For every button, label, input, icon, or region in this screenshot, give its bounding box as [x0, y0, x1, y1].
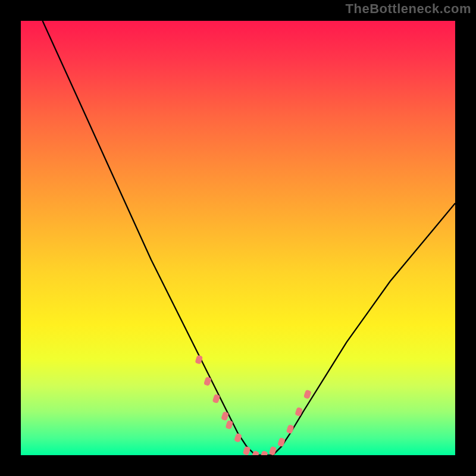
chart-frame — [21, 21, 455, 455]
gradient-background — [21, 21, 455, 455]
watermark-text: TheBottleneck.com — [346, 1, 471, 17]
